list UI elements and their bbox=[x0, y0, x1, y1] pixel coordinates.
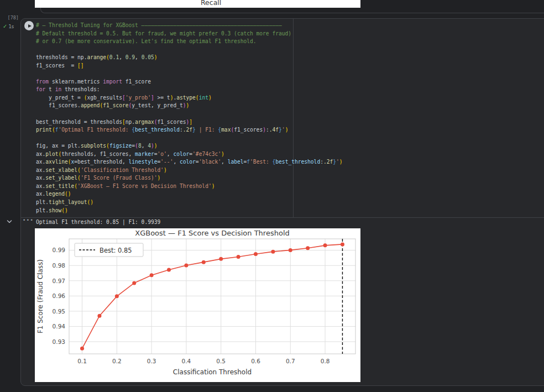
collapse-output-button[interactable] bbox=[5, 218, 14, 226]
notebook: { "prev_cell": { "output_label": "Recall… bbox=[0, 0, 544, 392]
svg-text:F1 Score (Fraud Class): F1 Score (Fraud Class) bbox=[36, 259, 44, 333]
success-check-icon: ✓ bbox=[3, 23, 7, 29]
f1-threshold-chart: 0.10.20.30.40.50.60.70.80.930.940.950.96… bbox=[35, 228, 360, 382]
svg-text:0.98: 0.98 bbox=[53, 262, 65, 269]
code-line[interactable]: thresholds = np.arange(0.1, 0.9, 0.05) bbox=[36, 54, 343, 62]
code-line[interactable]: f1_scores.append(f1_score(y_test, y_pred… bbox=[36, 102, 343, 110]
code-editor[interactable]: # — Threshold Tuning for XGBoost ———————… bbox=[36, 22, 343, 215]
svg-text:Best: 0.85: Best: 0.85 bbox=[100, 247, 132, 254]
svg-text:0.93: 0.93 bbox=[53, 338, 65, 345]
output-text: Optimal F1 threshold: 0.85 | F1: 0.9939 bbox=[36, 219, 160, 225]
editor-output-divider bbox=[21, 217, 544, 218]
svg-text:0.95: 0.95 bbox=[53, 308, 65, 315]
code-line[interactable]: plt.show() bbox=[36, 207, 343, 215]
svg-text:0.3: 0.3 bbox=[147, 358, 156, 364]
play-icon bbox=[28, 24, 32, 28]
code-line[interactable]: best_threshold = thresholds[np.argmax(f1… bbox=[36, 118, 343, 127]
code-line[interactable]: for t in thresholds: bbox=[36, 86, 343, 94]
code-line[interactable]: from sklearn.metrics import f1_score bbox=[36, 78, 343, 86]
svg-text:0.96: 0.96 bbox=[53, 292, 66, 299]
svg-text:0.1: 0.1 bbox=[77, 358, 87, 364]
code-line[interactable] bbox=[36, 70, 343, 78]
figure-output-image: 0.10.20.30.40.50.60.70.80.930.940.950.96… bbox=[35, 228, 360, 382]
svg-text:0.99: 0.99 bbox=[53, 247, 65, 253]
execution-duration: 1s bbox=[8, 24, 14, 29]
code-line[interactable] bbox=[36, 110, 343, 118]
code-line[interactable]: ax.legend() bbox=[36, 190, 343, 198]
code-line[interactable]: fig, ax = plt.subplots(figsize=(8, 4)) bbox=[36, 142, 343, 150]
svg-text:0.2: 0.2 bbox=[112, 358, 122, 364]
svg-text:0.6: 0.6 bbox=[251, 358, 260, 364]
code-line[interactable]: # — Threshold Tuning for XGBoost ———————… bbox=[36, 22, 343, 30]
svg-text:0.94: 0.94 bbox=[53, 323, 66, 330]
code-line[interactable]: f1_scores = [] bbox=[36, 62, 343, 70]
code-line[interactable]: ax.set_title('XGBoost — F1 Score vs Deci… bbox=[36, 182, 343, 191]
previous-cell-output-image: Recall bbox=[35, 0, 360, 8]
previous-output-label: Recall bbox=[201, 0, 221, 7]
svg-text:XGBoost — F1 Score vs Decision: XGBoost — F1 Score vs Decision Threshold bbox=[135, 229, 290, 237]
execution-status: ✓1s bbox=[3, 23, 19, 29]
code-line[interactable]: # or 0.7 (be more conservative). Let's f… bbox=[36, 38, 343, 46]
run-cell-button[interactable] bbox=[24, 21, 34, 30]
ellipsis-icon: ••• bbox=[23, 217, 34, 223]
output-menu-button[interactable]: ••• bbox=[23, 217, 34, 223]
svg-text:0.7: 0.7 bbox=[286, 358, 295, 364]
code-line[interactable]: print(f'Optimal F1 threshold: {best_thre… bbox=[36, 126, 343, 134]
svg-text:Classification Threshold: Classification Threshold bbox=[173, 368, 252, 376]
code-line[interactable]: ax.axvline(x=best_threshold, linestyle='… bbox=[36, 158, 343, 166]
code-line[interactable]: # Default threshold = 0.5. But for fraud… bbox=[36, 30, 343, 38]
code-line[interactable]: plt.tight_layout() bbox=[36, 198, 343, 207]
code-line[interactable]: ax.plot(thresholds, f1_scores, marker='o… bbox=[36, 150, 343, 159]
svg-text:0.4: 0.4 bbox=[182, 358, 191, 364]
svg-text:0.8: 0.8 bbox=[321, 358, 330, 364]
execution-count: [78] bbox=[4, 15, 19, 20]
code-line[interactable] bbox=[36, 134, 343, 143]
code-line[interactable]: y_pred_t = (xgb_results['y_prob'] >= t).… bbox=[36, 94, 343, 102]
code-line[interactable] bbox=[36, 46, 343, 54]
svg-text:0.97: 0.97 bbox=[53, 278, 65, 284]
svg-text:0.5: 0.5 bbox=[216, 358, 226, 364]
code-line[interactable]: ax.set_xlabel('Classification Threshold'… bbox=[36, 166, 343, 175]
code-line[interactable]: ax.set_ylabel('F1 Score (Fraud Class)') bbox=[36, 174, 343, 182]
chevron-down-icon bbox=[6, 218, 13, 226]
